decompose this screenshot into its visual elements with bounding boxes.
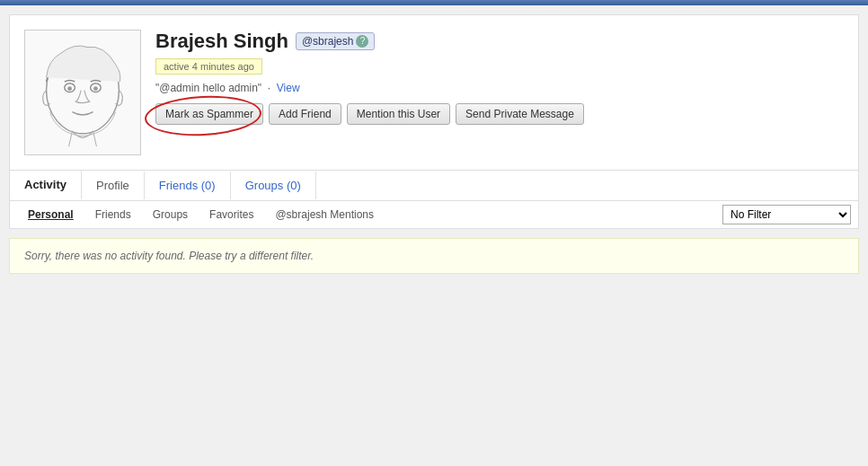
username-badge: @sbrajesh ?	[296, 32, 376, 50]
profile-name-row: Brajesh Singh @sbrajesh ?	[155, 30, 844, 53]
avatar	[24, 30, 141, 155]
profile-card: Brajesh Singh @sbrajesh ? active 4 minut…	[9, 14, 859, 171]
profile-name: Brajesh Singh	[155, 30, 288, 53]
active-status: active 4 minutes ago	[155, 58, 262, 75]
sub-tab-favorites[interactable]: Favorites	[199, 205, 264, 224]
filter-wrapper: No Filter Status Updates Activity Update…	[722, 205, 851, 224]
add-friend-button[interactable]: Add Friend	[269, 103, 341, 125]
mark-spammer-wrapper: Mark as Spammer	[155, 103, 263, 125]
help-icon[interactable]: ?	[356, 35, 368, 48]
avatar-image	[29, 34, 137, 151]
svg-point-4	[93, 86, 98, 91]
tab-profile[interactable]: Profile	[82, 171, 145, 199]
profile-info: Brajesh Singh @sbrajesh ? active 4 minut…	[155, 30, 844, 125]
sub-tab-groups[interactable]: Groups	[142, 205, 199, 224]
tabs-bar: Activity Profile Friends (0) Groups (0)	[9, 171, 859, 201]
notice-box: Sorry, there was no activity found. Plea…	[9, 238, 859, 274]
svg-point-3	[67, 86, 72, 91]
page-wrapper: Brajesh Singh @sbrajesh ? active 4 minut…	[0, 5, 868, 466]
notice-text: Sorry, there was no activity found. Plea…	[24, 250, 314, 262]
sub-nav: Personal Friends Groups Favorites @sbraj…	[9, 201, 859, 229]
sub-tab-mentions[interactable]: @sbrajesh Mentions	[264, 205, 385, 224]
view-link[interactable]: View	[277, 82, 300, 94]
tab-friends[interactable]: Friends (0)	[145, 171, 231, 199]
sub-tab-personal[interactable]: Personal	[17, 205, 84, 224]
username-text: @sbrajesh	[302, 35, 354, 48]
send-message-button[interactable]: Send Private Message	[456, 103, 584, 125]
quote-text: "@admin hello admin"	[155, 82, 261, 94]
sub-tab-friends[interactable]: Friends	[84, 205, 142, 224]
sub-nav-left: Personal Friends Groups Favorites @sbraj…	[17, 205, 385, 224]
filter-select[interactable]: No Filter Status Updates Activity Update…	[722, 205, 851, 224]
tab-groups[interactable]: Groups (0)	[231, 171, 316, 199]
mark-spammer-button[interactable]: Mark as Spammer	[155, 103, 263, 125]
admin-quote: "@admin hello admin" · View	[155, 82, 844, 94]
tab-activity[interactable]: Activity	[10, 171, 82, 200]
action-buttons: Mark as Spammer Add Friend Mention this …	[155, 103, 844, 125]
mention-user-button[interactable]: Mention this User	[347, 103, 450, 125]
